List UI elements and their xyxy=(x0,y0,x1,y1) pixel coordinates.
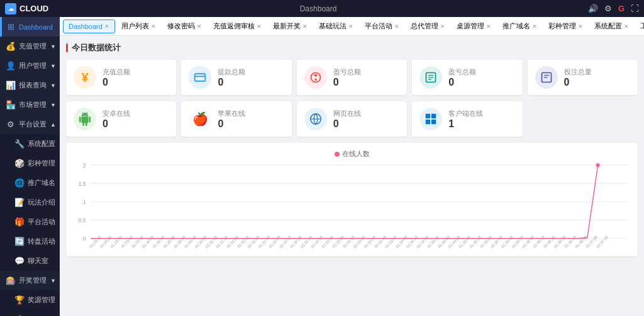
tab-user-list[interactable]: 用户列表 ✕ xyxy=(116,20,161,33)
sidebar-item-lottery-mgmt[interactable]: 🎰 开奖管理 ▼ xyxy=(0,271,60,290)
tab-toolbox[interactable]: 工具箱 ✕ xyxy=(635,20,644,33)
stat-info: 盈亏总额 0 xyxy=(333,67,361,88)
tab-sys-config[interactable]: 系统配置 ✕ xyxy=(589,20,634,33)
sidebar-item-activities[interactable]: 🎁 平台活动 xyxy=(0,212,60,232)
tab-close-icon[interactable]: ✕ xyxy=(440,23,445,30)
google-icon[interactable]: G xyxy=(618,4,625,13)
tab-close-icon[interactable]: ✕ xyxy=(197,23,202,30)
tab-agent-mgmt[interactable]: 总代管理 ✕ xyxy=(406,20,450,33)
tab-close-icon[interactable]: ✕ xyxy=(624,23,629,30)
sidebar-item-chat[interactable]: 💬 聊天室 xyxy=(0,251,60,271)
sidebar-item-promo-domain[interactable]: 🌐 推广域名 xyxy=(0,173,60,193)
sidebar-item-sys-config[interactable]: 🔧 系统配置 xyxy=(0,134,60,154)
svg-point-2 xyxy=(314,79,316,81)
tab-label: 桌源管理 xyxy=(457,21,484,31)
tab-label: 彩种管理 xyxy=(548,21,576,31)
sidebar-sub-platform: 🔧 系统配置 🎲 彩种管理 🌐 推广域名 📝 玩法介绍 🎁 平台活动 🔄 xyxy=(0,134,60,271)
sidebar-item-rules[interactable]: 📝 玩法介绍 xyxy=(0,193,60,212)
chevron-icon: ▼ xyxy=(50,102,56,108)
tab-dashboard[interactable]: Dashboard ✕ xyxy=(63,20,115,33)
stat-info: 投注总量 0 xyxy=(564,67,592,88)
sidebar-item-label: 开奖管理 xyxy=(19,276,47,285)
stat-value: 0 xyxy=(333,118,361,130)
sidebar-item-recharge[interactable]: 💰 充值管理 ▼ xyxy=(0,37,60,56)
chart-svg: 2 1.5 1 0.5 0 01:29:18 01:29:28 xyxy=(72,162,631,250)
stat-info: 安卓在线 0 xyxy=(103,109,130,130)
tab-basic-play[interactable]: 基础玩法 ✕ xyxy=(314,20,358,33)
legend-dot xyxy=(335,152,340,157)
sidebar-item-spin[interactable]: 🔄 转盘活动 xyxy=(0,232,60,251)
sidebar-item-prize-source[interactable]: 🏆 奖源管理 xyxy=(0,290,60,310)
stat-label: 充值总额 xyxy=(103,67,130,77)
svg-text:01:37:18: 01:37:18 xyxy=(596,234,609,249)
lottery-type-icon: 🎲 xyxy=(14,159,25,168)
tab-close-icon[interactable]: ✕ xyxy=(532,23,537,30)
stat-info: 盈亏总额 0 xyxy=(448,67,476,88)
chart-legend: 在线人数 xyxy=(72,149,631,159)
top-header: ☁ CLOUD Dashboard 🔊 ⚙ G ⛶ xyxy=(0,0,644,17)
tab-close-icon[interactable]: ✕ xyxy=(348,23,353,30)
tab-change-pw[interactable]: 修改密码 ✕ xyxy=(162,20,207,33)
sidebar-item-label: 玩法介绍 xyxy=(28,198,55,207)
apple-stat-icon: 🍎 xyxy=(189,108,211,130)
sidebar-item-market[interactable]: 🏪 市场管理 ▼ xyxy=(0,95,60,115)
tab-close-icon[interactable]: ✕ xyxy=(303,23,308,30)
volume-icon[interactable]: 🔊 xyxy=(588,4,598,13)
tab-close-icon[interactable]: ✕ xyxy=(394,23,399,30)
tab-platform-activity[interactable]: 平台活动 ✕ xyxy=(360,20,404,33)
stat-card-recharge: ¥ 充值总额 0 xyxy=(66,60,176,95)
tab-table-source[interactable]: 桌源管理 ✕ xyxy=(452,20,496,33)
svg-rect-0 xyxy=(195,74,206,81)
sidebar: ⊞ Dashboard 💰 充值管理 ▼ 👤 用户管理 ▼ 📊 报表查询 ▼ 🏪… xyxy=(0,17,60,316)
tab-label: 推广域名 xyxy=(502,21,530,31)
chevron-icon: ▼ xyxy=(50,43,56,50)
tab-latest-lottery[interactable]: 最新开奖 ✕ xyxy=(268,20,313,33)
stat-card-bets: 投注总量 0 xyxy=(528,60,638,95)
tab-close-icon[interactable]: ✕ xyxy=(486,23,491,30)
stat-value: 0 xyxy=(103,118,130,130)
stat-label: 提款总额 xyxy=(218,67,245,77)
svg-text:2: 2 xyxy=(83,162,86,168)
header-right: 🔊 ⚙ G ⛶ xyxy=(588,4,639,13)
sidebar-item-platform[interactable]: ⚙ 平台设置 ▲ xyxy=(0,115,60,134)
stat-value: 1 xyxy=(448,118,483,130)
sidebar-item-label: 用户管理 xyxy=(19,61,47,71)
sidebar-item-label: 转盘活动 xyxy=(28,237,55,246)
settings-icon[interactable]: ⚙ xyxy=(604,4,612,13)
sidebar-item-label: 平台设置 xyxy=(19,120,47,129)
sidebar-item-label: 奖源管理 xyxy=(28,295,55,305)
stat-value: 0 xyxy=(103,77,130,88)
chart-area: 2 1.5 1 0.5 0 01:29:18 01:29:28 xyxy=(72,162,631,250)
stat-info: 提款总额 0 xyxy=(218,67,245,88)
sidebar-item-latest-lottery[interactable]: 🔔 最新开奖 xyxy=(0,310,60,316)
sidebar-item-reports[interactable]: 📊 报表查询 ▼ xyxy=(0,76,60,95)
sidebar-item-users[interactable]: 👤 用户管理 ▼ xyxy=(0,56,60,76)
tab-close-icon[interactable]: ✕ xyxy=(104,23,109,30)
tab-close-icon[interactable]: ✕ xyxy=(578,23,583,30)
chevron-icon: ▲ xyxy=(50,121,56,128)
page-content: 今日数据统计 ¥ 充值总额 0 提款总额 0 xyxy=(60,36,644,316)
stat-info: 苹果在线 0 xyxy=(218,109,245,130)
sidebar-item-lottery-type[interactable]: 🎲 彩种管理 xyxy=(0,154,60,173)
sidebar-sub-lottery: 🏆 奖源管理 🔔 最新开奖 📋 图白做单 xyxy=(0,290,60,316)
reports-icon: 📊 xyxy=(6,81,16,90)
svg-text:1: 1 xyxy=(83,198,86,205)
legend-label: 在线人数 xyxy=(342,149,370,159)
sidebar-item-label: 推广域名 xyxy=(28,178,55,188)
tab-lottery-type[interactable]: 彩种管理 ✕ xyxy=(543,20,588,33)
tab-promo-domain[interactable]: 推广域名 ✕ xyxy=(497,20,542,33)
tab-recharge-audit[interactable]: 充值返佣审核 ✕ xyxy=(208,20,267,33)
spin-icon: 🔄 xyxy=(14,237,25,246)
tab-label: 工具箱 xyxy=(640,21,644,31)
sidebar-item-dashboard[interactable]: ⊞ Dashboard xyxy=(0,17,60,37)
tab-close-icon[interactable]: ✕ xyxy=(257,23,262,30)
stat-value: 0 xyxy=(448,77,476,88)
svg-point-1 xyxy=(311,73,320,82)
tab-close-icon[interactable]: ✕ xyxy=(151,23,156,30)
section-title-text: 今日数据统计 xyxy=(72,42,121,54)
fullscreen-icon[interactable]: ⛶ xyxy=(631,4,639,13)
sidebar-item-label: 系统配置 xyxy=(28,139,55,149)
rules-icon: 📝 xyxy=(14,198,25,207)
tab-label: 总代管理 xyxy=(411,21,438,31)
sidebar-item-label: Dashboard xyxy=(19,23,53,31)
